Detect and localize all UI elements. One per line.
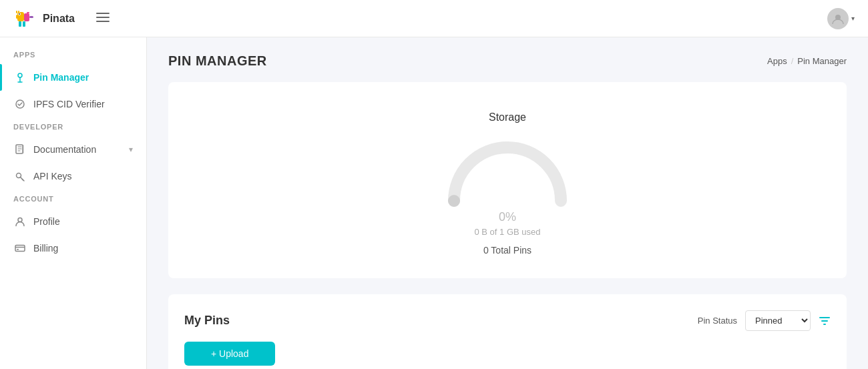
card-icon — [13, 242, 27, 255]
sidebar-item-documentation[interactable]: Documentation ▾ — [0, 136, 146, 163]
svg-rect-2 — [19, 21, 21, 27]
svg-rect-10 — [29, 16, 33, 18]
filter-icon — [819, 315, 831, 327]
breadcrumb-separator: / — [791, 56, 794, 66]
filter-button[interactable] — [819, 315, 831, 327]
svg-rect-11 — [96, 13, 110, 14]
sidebar-item-profile-label: Profile — [33, 216, 60, 227]
sidebar-item-profile[interactable]: Profile — [0, 208, 146, 235]
sidebar-item-api-keys-label: API Keys — [33, 171, 72, 181]
upload-button[interactable]: + Upload — [184, 342, 275, 366]
gauge-container: 0% 0 B of 1 GB used — [184, 134, 831, 237]
avatar — [827, 8, 849, 29]
sidebar-item-ipfs-cid-verifier[interactable]: IPFS CID Verifier — [0, 91, 146, 117]
svg-rect-22 — [17, 249, 19, 250]
storage-title: Storage — [184, 111, 831, 123]
svg-rect-3 — [23, 21, 25, 27]
sidebar-section-account-label: ACCOUNT — [0, 195, 146, 208]
key-icon — [13, 169, 27, 183]
main-content: PIN MANAGER Apps / Pin Manager Storage — [147, 37, 868, 369]
my-pins-card: My Pins Pin Status Pinned Unpinned All — [168, 294, 847, 369]
svg-rect-21 — [15, 246, 25, 252]
breadcrumb-apps[interactable]: Apps — [767, 56, 787, 66]
total-pins: 0 Total Pins — [184, 245, 831, 256]
sidebar-item-pin-manager-label: Pin Manager — [33, 72, 89, 83]
svg-rect-13 — [96, 21, 110, 22]
sidebar-item-documentation-label: Documentation — [33, 144, 96, 155]
svg-point-20 — [18, 218, 22, 222]
svg-rect-1 — [24, 13, 29, 21]
sidebar-item-api-keys[interactable]: API Keys — [0, 163, 146, 190]
pin-icon — [13, 71, 27, 84]
sidebar-item-billing[interactable]: Billing — [0, 235, 146, 262]
pins-controls: Pin Status Pinned Unpinned All — [698, 310, 831, 331]
top-nav: Pinata ▾ — [0, 0, 868, 37]
storage-section: Storage 0% 0 B of 1 GB used — [184, 98, 831, 262]
storage-used: 0 B of 1 GB used — [441, 227, 574, 237]
documentation-chevron-icon: ▾ — [129, 145, 133, 154]
sidebar-section-apps: APPS Pin Manager — [0, 51, 146, 117]
svg-point-5 — [19, 13, 20, 15]
svg-rect-9 — [27, 12, 29, 13]
user-avatar-button[interactable]: ▾ — [827, 8, 855, 29]
person-icon — [13, 215, 27, 228]
sidebar: APPS Pin Manager — [0, 37, 147, 369]
check-icon — [13, 97, 27, 111]
sidebar-item-ipfs-cid-verifier-label: IPFS CID Verifier — [33, 99, 105, 109]
pins-section-title: My Pins — [184, 314, 230, 328]
storage-gauge — [441, 134, 574, 208]
book-icon — [13, 143, 27, 156]
breadcrumb-pin-manager: Pin Manager — [797, 56, 847, 66]
storage-card: Storage 0% 0 B of 1 GB used — [168, 82, 847, 278]
pin-status-select[interactable]: Pinned Unpinned All — [745, 310, 811, 331]
hamburger-button[interactable] — [91, 9, 115, 28]
pins-header: My Pins Pin Status Pinned Unpinned All — [184, 310, 831, 331]
svg-rect-8 — [18, 11, 19, 13]
avatar-chevron-icon: ▾ — [851, 15, 855, 22]
pin-status-label: Pin Status — [698, 316, 737, 326]
pinata-logo-icon — [13, 7, 37, 31]
svg-rect-18 — [23, 145, 24, 153]
logo-area: Pinata — [13, 7, 75, 31]
gauge-text: 0% 0 B of 1 GB used — [441, 210, 574, 237]
svg-rect-12 — [96, 17, 110, 18]
page-header: PIN MANAGER Apps / Pin Manager — [168, 53, 847, 69]
sidebar-item-billing-label: Billing — [33, 243, 58, 254]
storage-percent: 0% — [441, 210, 574, 224]
sidebar-section-developer-label: DEVELOPER — [0, 123, 146, 136]
breadcrumb: Apps / Pin Manager — [767, 56, 847, 66]
sidebar-section-developer: DEVELOPER Documentation ▾ — [0, 123, 146, 190]
page-title: PIN MANAGER — [168, 53, 267, 69]
sidebar-section-account: ACCOUNT Profile — [0, 195, 146, 262]
svg-rect-6 — [16, 15, 18, 19]
svg-rect-7 — [16, 11, 17, 13]
svg-point-15 — [18, 73, 22, 77]
sidebar-section-apps-label: APPS — [0, 51, 146, 64]
upload-button-label: + Upload — [211, 348, 248, 359]
sidebar-item-pin-manager[interactable]: Pin Manager — [0, 64, 146, 91]
layout: APPS Pin Manager — [0, 37, 868, 369]
app-title: Pinata — [43, 13, 75, 25]
